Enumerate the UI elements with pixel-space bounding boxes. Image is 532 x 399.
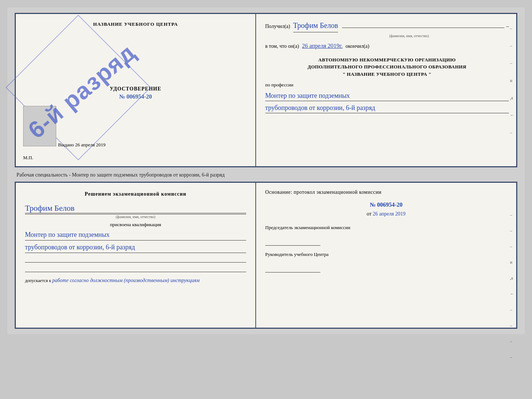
qual-line1: Монтер по защите подземных [25,229,246,241]
allowed-label: допускается к работе согласно должностны… [25,278,246,284]
person-name-bottom: Трофим Белов [25,203,246,213]
bottom-doc-right: Основание: протокол экзаменационной коми… [256,183,516,328]
profession-label: по профессии [265,81,509,89]
recipient-subtext: (фамилия, имя, отчество) [309,33,509,39]
completed-label: окончил(а) [346,42,370,50]
in-that-label: в том, что он(а) [265,42,299,50]
bottom-document: Решением экзаменационной комиссии Трофим… [15,182,517,329]
protocol-date: от 26 апреля 2019 [265,211,507,217]
assigned-qual-label: присвоена квалификация [25,222,246,228]
top-doc-left: НАЗВАНИЕ УЧЕБНОГО ЦЕНТРА 6-й разряд УДОС… [16,14,256,166]
basis-title: Основание: протокол экзаменационной коми… [265,188,507,196]
chairman-label: Председатель экзаменационной комиссии [265,224,507,231]
org-line2: ДОПОЛНИТЕЛЬНОГО ПРОФЕССИОНАЛЬНОГО ОБРАЗО… [265,63,509,71]
director-signature-line [265,265,320,272]
profession-line2: трубопроводов от коррозии, 6-й разряд [265,103,509,113]
org-line3: " НАЗВАНИЕ УЧЕБНОГО ЦЕНТРА " [265,71,509,78]
allowed-text: работе согласно должностным (производств… [52,278,200,283]
bottom-doc-left: Решением экзаменационной комиссии Трофим… [16,183,256,328]
protocol-number: № 006954-20 [265,202,507,208]
received-line: Получил(а) Трофим Белов – [265,19,509,32]
chairman-signature-line [265,238,320,246]
stamp-diagonal: 6-й разряд [34,43,130,139]
side-dashes-bottom: – – – и ,а ← – – – – [510,212,514,360]
profession-line1: Монтер по защите подземных [265,91,509,101]
dash-separator: – [506,22,509,31]
top-doc-right: Получил(а) Трофим Белов – (фамилия, имя,… [256,14,516,166]
blank-line-2 [25,265,246,272]
school-name-top: НАЗВАНИЕ УЧЕБНОГО ЦЕНТРА [93,21,178,27]
director-label: Руководитель учебного Центра [265,251,507,258]
issued-date-value: 26 апреля 2019 [75,142,106,147]
org-block: АВТОНОМНУЮ НЕКОММЕРЧЕСКУЮ ОРГАНИЗАЦИЮ ДО… [265,56,509,78]
middle-text: Рабочая специальность - Монтер по защите… [15,171,517,179]
allowed-prefix: допускается к [25,278,51,283]
top-document: НАЗВАНИЕ УЧЕБНОГО ЦЕНТРА 6-й разряд УДОС… [15,13,517,167]
person-subtext-bottom: (фамилия, имя, отчество) [25,214,246,219]
blank-line-1 [25,255,246,263]
stamp-text: 6-й разряд [23,39,141,144]
qual-line2: трубопроводов от коррозии, 6-й разряд [25,242,246,253]
issued-date-left: Выдано 26 апреля 2019 [58,142,105,148]
decision-title: Решением экзаменационной комиссии [25,190,246,198]
received-label: Получил(а) [265,22,290,31]
in-that-line: в том, что он(а) 26 апреля 2019г. окончи… [265,41,509,51]
mp-label: М.П. [23,155,33,161]
date-prefix: от [367,211,371,217]
protocol-date-value: 26 апреля 2019 [373,211,406,217]
side-dashes-top: – – – и ,а ← – [510,25,514,136]
completion-date: 26 апреля 2019г. [302,41,343,51]
chairman-block: Председатель экзаменационной комиссии [265,224,507,246]
page-wrapper: НАЗВАНИЕ УЧЕБНОГО ЦЕНТРА 6-й разряд УДОС… [7,7,525,334]
recipient-name: Трофим Белов [293,19,338,32]
org-line1: АВТОНОМНУЮ НЕКОММЕРЧЕСКУЮ ОРГАНИЗАЦИЮ [265,56,509,64]
issued-label: Выдано [58,142,74,147]
dash-line-1 [342,28,504,28]
